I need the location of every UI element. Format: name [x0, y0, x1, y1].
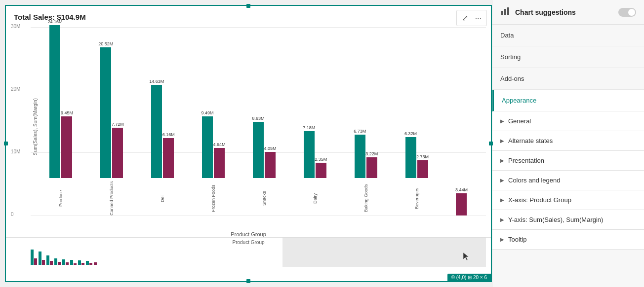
- nav-label-appearance: Appearance: [502, 97, 536, 104]
- chart-title: Total Sales: $104.9M: [6, 6, 491, 23]
- section-general-label: General: [508, 117, 531, 125]
- section-presentation: ▶ Presentation: [492, 151, 644, 171]
- mini-bar-group-2: [46, 255, 53, 265]
- section-x-axis-header[interactable]: ▶ X-axis: Product Group: [492, 190, 644, 210]
- chevron-right-icon: ▶: [500, 118, 504, 124]
- nav-label-sorting: Sorting: [500, 53, 521, 61]
- section-tooltip: ▶ Tooltip: [492, 230, 644, 250]
- bar-teal-3[interactable]: 9.49M: [202, 110, 213, 178]
- mini-bar-group-1: [39, 251, 45, 265]
- bar-purple-8[interactable]: 3.44M: [456, 187, 467, 215]
- mini-chart-label: Product Group: [232, 240, 264, 245]
- bar-group-3: 9.49M4.64MFrozen Foods: [202, 110, 225, 215]
- bar-purple-4[interactable]: 4.05M: [265, 146, 276, 178]
- section-x-axis: ▶ X-axis: Product Group: [492, 190, 644, 210]
- mini-bar-group-7: [86, 261, 92, 265]
- chevron-right-icon-7: ▶: [500, 237, 504, 242]
- nav-label-addons: Add-ons: [500, 75, 524, 82]
- chevron-right-icon-3: ▶: [500, 158, 504, 163]
- bar-label-7: Beverages: [414, 181, 419, 215]
- bar-purple-0[interactable]: 9.45M: [61, 110, 72, 178]
- chevron-right-icon-4: ▶: [500, 178, 504, 183]
- bar-teal-6[interactable]: 6.73M: [355, 129, 365, 178]
- nav-label-data: Data: [500, 32, 514, 39]
- svg-rect-0: [501, 11, 503, 15]
- bar-purple-7[interactable]: 2.73M: [417, 154, 428, 178]
- nav-item-data[interactable]: Data: [492, 25, 644, 46]
- chart-suggestions-toggle[interactable]: [618, 8, 636, 17]
- section-tooltip-header[interactable]: ▶ Tooltip: [492, 230, 644, 249]
- panel-header: Chart suggestions: [492, 0, 644, 25]
- bar-label-3: Frozen Foods: [211, 181, 216, 215]
- mini-bar-group-0: [31, 250, 37, 265]
- section-general: ▶ General: [492, 111, 644, 131]
- anchor-left[interactable]: [4, 142, 8, 145]
- bars-container: 24.16M9.45MProduce20.52M7.72MCanned Prod…: [31, 27, 486, 215]
- bar-purple-6[interactable]: 3.22M: [366, 151, 377, 178]
- svg-rect-2: [507, 7, 509, 15]
- section-alternate-states-header[interactable]: ▶ Alternate states: [492, 131, 644, 150]
- chevron-right-icon-2: ▶: [500, 138, 504, 144]
- more-options-button[interactable]: ···: [473, 12, 483, 24]
- anchor-top[interactable]: [246, 4, 250, 8]
- anchor-right[interactable]: [489, 142, 493, 145]
- svg-rect-1: [504, 9, 506, 15]
- bar-label-0: Produce: [58, 181, 63, 215]
- bar-purple-2[interactable]: 6.16M: [163, 132, 174, 178]
- bar-teal-7[interactable]: 6.32M: [405, 131, 416, 178]
- status-bar: © (4,0) ⊞ 20 × 6: [447, 274, 491, 281]
- bar-label-1: Canned Products: [109, 181, 114, 215]
- bar-group-1: 20.52M7.72MCanned Products: [100, 41, 123, 215]
- chart-plot: 30M 20M 10M 0 24.16M9.45MProduce20.52M7.…: [31, 27, 486, 230]
- bar-label-2: Deli: [160, 181, 165, 215]
- section-y-axis-label: Y-axis: Sum(Sales), Sum(Margin): [508, 216, 603, 223]
- mini-bar-group-5: [70, 260, 77, 265]
- chart-icon: [500, 6, 510, 18]
- chevron-right-icon-5: ▶: [500, 197, 504, 203]
- section-alternate-states: ▶ Alternate states: [492, 131, 644, 151]
- bar-group-6: 6.73M3.22MBaking Goods: [355, 129, 377, 215]
- mini-bar-group-8: [94, 262, 97, 265]
- mini-bar-group-4: [62, 259, 69, 265]
- bar-teal-1[interactable]: 20.52M: [100, 41, 111, 178]
- bar-teal-0[interactable]: 24.16M: [49, 19, 60, 178]
- anchor-bottom[interactable]: [246, 279, 250, 283]
- bar-purple-5[interactable]: 2.35M: [316, 157, 326, 178]
- bar-purple-1[interactable]: 7.72M: [112, 122, 123, 178]
- section-colors-legend-header[interactable]: ▶ Colors and legend: [492, 171, 644, 190]
- bar-group-2: 14.63M6.16MDeli: [151, 79, 174, 215]
- section-presentation-label: Presentation: [508, 157, 544, 164]
- right-panel: Chart suggestions Data Sorting Add-ons A…: [492, 0, 644, 287]
- section-general-header[interactable]: ▶ General: [492, 111, 644, 131]
- bar-teal-2[interactable]: 14.63M: [151, 79, 162, 178]
- section-presentation-header[interactable]: ▶ Presentation: [492, 151, 644, 170]
- nav-item-sorting[interactable]: Sorting: [492, 46, 644, 68]
- bar-group-8: 3.44M: [456, 187, 467, 215]
- nav-item-addons[interactable]: Add-ons: [492, 68, 644, 90]
- expand-button[interactable]: ⤢: [460, 12, 470, 24]
- mini-chart-overlay: [282, 238, 486, 267]
- chart-container: ⤢ ··· Total Sales: $104.9M Sum(Sales), S…: [5, 5, 492, 282]
- x-axis-title: Product Group: [6, 231, 491, 237]
- section-alternate-states-label: Alternate states: [508, 137, 553, 144]
- chart-plot-area: Sum(Sales), Sum(Margin) 30M 20M 10M 0 24…: [6, 23, 491, 230]
- bar-group-5: 7.18M2.35MDairy: [304, 125, 326, 215]
- bar-teal-5[interactable]: 7.18M: [304, 125, 315, 178]
- section-tooltip-label: Tooltip: [508, 236, 527, 243]
- chart-toolbar: ⤢ ···: [456, 10, 487, 26]
- bar-group-7: 6.32M2.73MBeverages: [405, 131, 428, 215]
- section-colors-legend: ▶ Colors and legend: [492, 171, 644, 190]
- bar-teal-4[interactable]: 8.63M: [253, 116, 264, 178]
- nav-item-appearance[interactable]: Appearance: [492, 90, 644, 111]
- chevron-right-icon-6: ▶: [500, 217, 504, 222]
- bar-label-6: Baking Goods: [363, 181, 368, 215]
- section-y-axis-header[interactable]: ▶ Y-axis: Sum(Sales), Sum(Margin): [492, 210, 644, 229]
- mini-bars: [31, 245, 281, 265]
- bar-purple-3[interactable]: 4.64M: [214, 142, 225, 178]
- mini-bar-group-6: [78, 260, 84, 265]
- section-colors-legend-label: Colors and legend: [508, 177, 561, 184]
- mini-chart: Product Group: [6, 237, 491, 267]
- section-x-axis-label: X-axis: Product Group: [508, 196, 571, 204]
- panel-nav: Data Sorting Add-ons Appearance: [492, 25, 644, 111]
- bar-group-4: 8.63M4.05MSnacks: [253, 116, 276, 215]
